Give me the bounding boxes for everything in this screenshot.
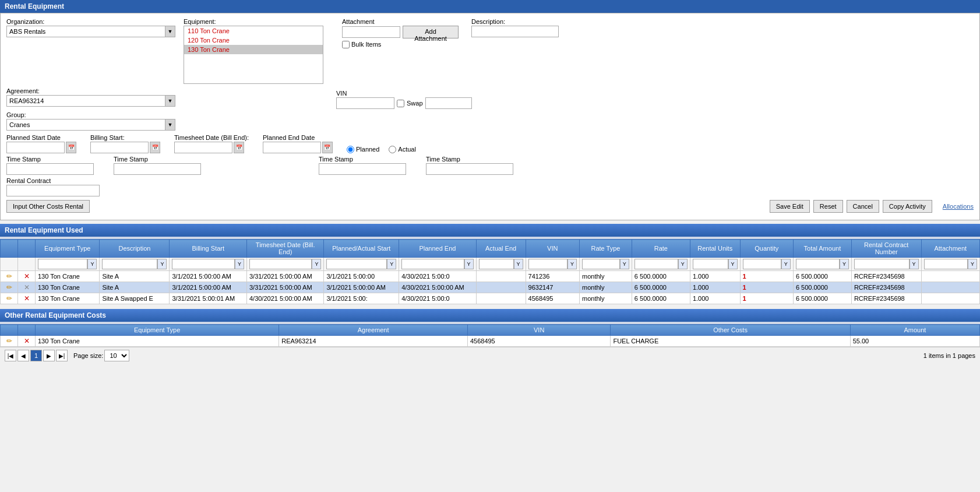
attachment-input[interactable] xyxy=(342,26,400,38)
time-stamp-input-4[interactable] xyxy=(426,163,513,175)
planned-radio[interactable] xyxy=(347,146,354,153)
organization-dropdown-btn[interactable]: ▼ xyxy=(165,26,175,37)
vin-swap-input[interactable] xyxy=(425,97,472,109)
filter-vin-btn[interactable]: Y xyxy=(567,259,577,269)
filter-equipment-type[interactable]: Y xyxy=(36,258,100,271)
filter-vin-input[interactable] xyxy=(528,259,567,269)
input-other-costs-button[interactable]: Input Other Costs Rental xyxy=(6,200,90,213)
cancel-button[interactable]: Cancel xyxy=(847,200,879,213)
equipment-item-2[interactable]: 130 Ton Crane xyxy=(184,45,323,54)
filter-actual-end[interactable]: Y xyxy=(476,258,526,271)
filter-rental-contract-input[interactable] xyxy=(854,259,910,269)
row1-edit-cell[interactable]: ✏ xyxy=(1,271,18,282)
equipment-list[interactable]: 110 Ton Crane 120 Ton Crane 130 Ton Cran… xyxy=(184,26,323,84)
filter-quantity-input[interactable] xyxy=(743,259,781,269)
filter-rental-contract-btn[interactable]: Y xyxy=(910,259,919,269)
row2-delete-cell[interactable]: ✕ xyxy=(18,282,36,293)
oc-row1-edit-icon[interactable]: ✏ xyxy=(6,337,12,345)
row1-delete-cell[interactable]: ✕ xyxy=(18,271,36,282)
group-dropdown-btn[interactable]: ▼ xyxy=(165,119,175,131)
group-input[interactable] xyxy=(6,119,165,131)
filter-billing-start-input[interactable] xyxy=(172,259,234,269)
time-stamp-input-2[interactable] xyxy=(114,163,201,175)
row3-delete-icon[interactable]: ✕ xyxy=(24,294,30,303)
planned-start-calendar-btn[interactable]: 📅 xyxy=(66,142,76,153)
planned-start-input[interactable] xyxy=(6,142,65,153)
filter-actual-end-btn[interactable]: Y xyxy=(514,259,523,269)
row2-edit-icon[interactable]: ✏ xyxy=(6,283,12,291)
filter-rate-btn[interactable]: Y xyxy=(678,259,688,269)
filter-equipment-type-input[interactable] xyxy=(38,259,87,269)
first-page-btn[interactable]: |◀ xyxy=(5,350,16,361)
equipment-item-0[interactable]: 110 Ton Crane xyxy=(184,26,323,36)
filter-planned-end[interactable]: Y xyxy=(399,258,476,271)
add-attachment-button[interactable]: Add Attachment xyxy=(403,26,459,38)
filter-rate-type-btn[interactable]: Y xyxy=(620,259,629,269)
filter-actual-end-input[interactable] xyxy=(479,259,514,269)
page-size-select[interactable]: 10 25 50 xyxy=(104,350,129,361)
filter-timesheet-date[interactable]: Y xyxy=(246,258,323,271)
filter-vin[interactable]: Y xyxy=(526,258,579,271)
rental-table-wrapper[interactable]: Equipment Type Description Billing Start… xyxy=(0,239,980,304)
row3-edit-icon[interactable]: ✏ xyxy=(6,294,12,303)
save-edit-button[interactable]: Save Edit xyxy=(770,200,810,213)
filter-description-input[interactable] xyxy=(102,259,157,269)
swap-checkbox[interactable] xyxy=(397,100,404,107)
filter-total-amount[interactable]: Y xyxy=(793,258,851,271)
row3-delete-cell[interactable]: ✕ xyxy=(18,293,36,304)
vin-input[interactable] xyxy=(336,97,394,109)
billing-start-calendar-btn[interactable]: 📅 xyxy=(150,142,160,153)
copy-activity-button[interactable]: Copy Activity xyxy=(883,200,932,213)
timesheet-date-calendar-btn[interactable]: 📅 xyxy=(234,142,244,153)
organization-input[interactable] xyxy=(6,26,165,37)
filter-quantity-btn[interactable]: Y xyxy=(781,259,791,269)
filter-timesheet-date-input[interactable] xyxy=(249,259,312,269)
filter-planned-actual-input[interactable] xyxy=(326,259,387,269)
filter-timesheet-date-btn[interactable]: Y xyxy=(312,259,321,269)
filter-rental-units[interactable]: Y xyxy=(690,258,740,271)
filter-rate-input[interactable] xyxy=(634,259,678,269)
agreement-dropdown-btn[interactable]: ▼ xyxy=(165,95,175,107)
filter-rate-type[interactable]: Y xyxy=(580,258,632,271)
row1-delete-icon[interactable]: ✕ xyxy=(24,272,30,280)
filter-total-amount-btn[interactable]: Y xyxy=(840,259,849,269)
filter-description-btn[interactable]: Y xyxy=(157,259,167,269)
oc-row1-edit-cell[interactable]: ✏ xyxy=(1,336,18,347)
time-stamp-input-3[interactable] xyxy=(319,163,406,175)
planned-end-input[interactable] xyxy=(263,142,321,153)
next-page-btn[interactable]: ▶ xyxy=(43,350,55,361)
other-costs-table-wrapper[interactable]: Equipment Type Agreement VIN Other Costs… xyxy=(0,324,980,347)
filter-attachment-btn[interactable]: Y xyxy=(968,259,977,269)
filter-equipment-type-btn[interactable]: Y xyxy=(87,259,97,269)
filter-planned-end-btn[interactable]: Y xyxy=(464,259,474,269)
filter-rate-type-input[interactable] xyxy=(582,259,620,269)
allocations-link[interactable]: Allocations xyxy=(943,203,974,210)
time-stamp-input-1[interactable] xyxy=(6,163,94,175)
filter-total-amount-input[interactable] xyxy=(796,259,840,269)
filter-rate[interactable]: Y xyxy=(632,258,690,271)
row2-edit-cell[interactable]: ✏ xyxy=(1,282,18,293)
row1-edit-icon[interactable]: ✏ xyxy=(6,272,12,280)
billing-start-input[interactable] xyxy=(90,142,149,153)
filter-attachment[interactable]: Y xyxy=(921,258,979,271)
filter-quantity[interactable]: Y xyxy=(740,258,793,271)
filter-description[interactable]: Y xyxy=(100,258,170,271)
filter-planned-end-input[interactable] xyxy=(401,259,464,269)
planned-end-calendar-btn[interactable]: 📅 xyxy=(322,142,333,153)
oc-row1-delete-cell[interactable]: ✕ xyxy=(18,336,36,347)
filter-billing-start[interactable]: Y xyxy=(170,258,246,271)
last-page-btn[interactable]: ▶| xyxy=(56,350,68,361)
filter-planned-actual[interactable]: Y xyxy=(324,258,399,271)
prev-page-btn[interactable]: ◀ xyxy=(17,350,29,361)
bulk-items-checkbox[interactable] xyxy=(342,41,350,48)
filter-rental-units-input[interactable] xyxy=(693,259,728,269)
row3-edit-cell[interactable]: ✏ xyxy=(1,293,18,304)
equipment-item-1[interactable]: 120 Ton Crane xyxy=(184,36,323,45)
filter-attachment-input[interactable] xyxy=(924,259,968,269)
description-input[interactable] xyxy=(471,26,559,37)
oc-row1-delete-icon[interactable]: ✕ xyxy=(24,337,30,345)
timesheet-date-input[interactable] xyxy=(174,142,232,153)
actual-radio[interactable] xyxy=(389,146,396,153)
filter-planned-actual-btn[interactable]: Y xyxy=(387,259,396,269)
reset-button[interactable]: Reset xyxy=(813,200,843,213)
